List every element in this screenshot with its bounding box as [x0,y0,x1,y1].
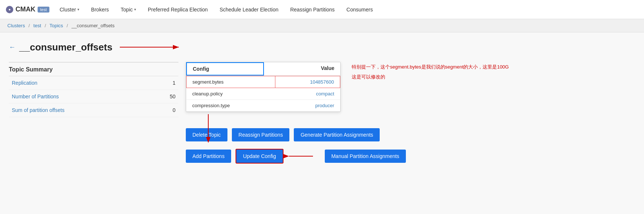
annotation-line2: 这是可以修改的 [352,73,509,81]
add-partitions-button[interactable]: Add Partitions [186,150,231,163]
breadcrumb: Clusters / test / Topics / __consumer_of… [0,19,644,32]
nav-brokers[interactable]: Brokers [87,0,113,19]
buttons-row-1: Delete Topic Reassign Partitions Generat… [186,128,635,141]
table-row: Number of Partitions 50 [9,90,178,104]
buttons-row-2: Add Partitions Update Config Manual [186,149,635,164]
nav-schedule-leader-election[interactable]: Schedule Leader Election [215,0,283,19]
annotation-line1: 特别提一下，这个segment.bytes是我们说的segment的大小，这里是… [352,63,509,71]
config-value-2: producer [275,100,340,112]
update-config-container: Update Config [236,149,283,164]
table-row: segment.bytes 104857600 [187,76,340,88]
table-row: Replication 1 [9,76,178,90]
main-content: ← __consumer_offsets Topic Summary Repli… [0,32,644,171]
table-row: compression.type producer [187,100,340,112]
config-value-1: compact [275,88,340,100]
nav-cluster[interactable]: Cluster ▾ [55,0,84,19]
table-row: cleanup.policy compact [187,88,340,100]
nav-consumers[interactable]: Consumers [342,0,377,19]
nav-topic[interactable]: Topic ▾ [116,0,140,19]
annotation-text: 特别提一下，这个segment.bytes是我们说的segment的大小，这里是… [352,63,509,81]
arrow-to-update-config-svg [287,152,317,160]
breadcrumb-current: __consumer_offsets [72,23,115,28]
replication-value: 1 [102,76,178,90]
breadcrumb-test[interactable]: test [34,23,41,28]
table-row: Sum of partition offsets 0 [9,104,178,117]
back-arrow-icon[interactable]: ← [9,43,15,51]
breadcrumb-sep-3: / [67,23,68,28]
nav-reassign-partitions[interactable]: Reassign Partitions [286,0,339,19]
brand-badge: test [38,7,49,13]
config-table: segment.bytes 104857600 cleanup.policy c… [186,76,340,112]
breadcrumb-topics[interactable]: Topics [49,23,63,28]
reassign-partitions-button[interactable]: Reassign Partitions [232,128,290,141]
topic-title: __consumer_offsets [19,42,112,53]
content-row: Topic Summary Replication 1 Number of Pa… [9,62,635,164]
summary-table: Replication 1 Number of Partitions 50 Su… [9,76,178,117]
navbar: ● CMAK test Cluster ▾ Brokers Topic ▾ Pr… [0,0,644,19]
sum-offsets-value: 0 [102,104,178,117]
config-popup: Config Value segment.bytes 104857600 cle… [186,62,341,112]
right-panel: Config Value segment.bytes 104857600 cle… [186,62,635,164]
config-key-1: cleanup.policy [187,88,275,100]
config-col-header: Config [186,62,264,76]
config-key-0: segment.bytes [187,76,275,88]
config-value-0: 104857600 [275,76,340,88]
chevron-down-icon: ▾ [77,7,79,11]
config-key-2: compression.type [187,100,275,112]
manual-partition-assignments-button[interactable]: Manual Partition Assignments [325,150,406,163]
generate-partition-assignments-button[interactable]: Generate Partition Assignments [294,128,380,141]
topic-title-row: ← __consumer_offsets [9,40,635,55]
config-and-annotation: Config Value segment.bytes 104857600 cle… [186,62,635,112]
update-config-button[interactable]: Update Config [236,149,283,164]
replication-label: Replication [9,76,102,90]
nav-preferred-replica-election[interactable]: Preferred Replica Election [143,0,212,19]
topic-summary-panel: Topic Summary Replication 1 Number of Pa… [9,62,178,117]
value-col-header: Value [264,62,340,76]
delete-topic-button[interactable]: Delete Topic [186,128,227,141]
breadcrumb-sep-2: / [45,23,46,28]
topic-summary-heading: Topic Summary [9,62,178,76]
num-partitions-value: 50 [102,90,178,104]
brand-name: CMAK [15,6,35,13]
breadcrumb-clusters[interactable]: Clusters [7,23,25,28]
breadcrumb-sep-1: / [28,23,30,28]
brand-icon: ● [6,6,13,13]
sum-offsets-label: Sum of partition offsets [9,104,102,117]
config-popup-header: Config Value [186,62,340,76]
arrow-annotation-svg [120,40,194,55]
chevron-down-icon: ▾ [134,7,136,11]
num-partitions-label: Number of Partitions [9,90,102,104]
brand: ● CMAK test [6,6,49,13]
